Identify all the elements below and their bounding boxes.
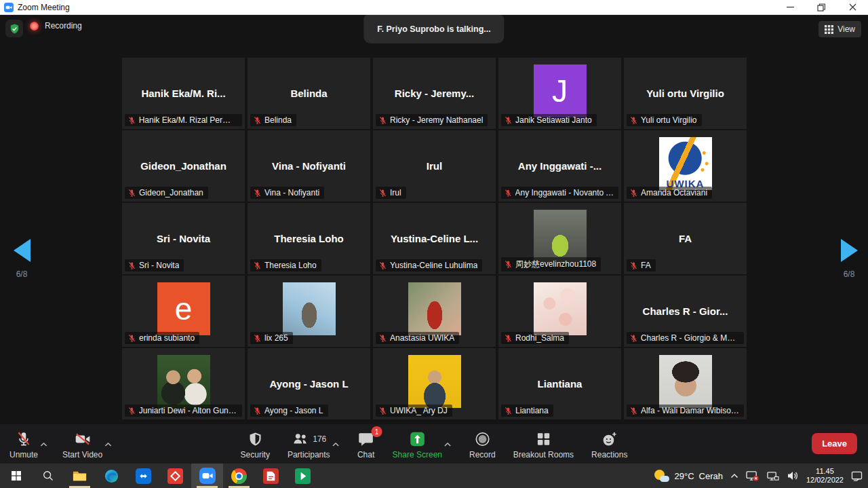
record-icon [473,430,491,448]
close-button[interactable] [837,0,868,14]
taskbar-search-button[interactable] [32,464,64,488]
clock-widget[interactable]: 11.45 12/02/2022 [806,467,844,485]
security-button[interactable]: Security [241,430,270,459]
participant-tile[interactable]: Charles R - Gior...Charles R - Giorgio &… [624,276,747,347]
participant-tile[interactable]: Yuli ortu VirgilioYuli ortu Virgilio [624,58,747,129]
participant-display-name: Belinda [248,88,370,99]
share-button[interactable]: Share Screen [393,430,442,459]
participant-name-text: FA [641,261,651,270]
participant-tile[interactable]: LiantianaLiantiana [498,348,621,419]
start-button[interactable] [0,464,32,488]
start-video-options-caret[interactable] [104,438,112,450]
participant-tile[interactable]: Hanik Eka/M. Ri...Hanik Eka/M. Rizal Per… [122,58,245,129]
participants-options-caret[interactable] [332,438,340,450]
mic-muted-icon [629,407,638,415]
share-options-caret[interactable] [444,438,452,450]
participant-name-text: Charles R - Giorgio & Mar... [641,333,739,343]
reactions-button[interactable]: Reactions [591,430,627,459]
participant-tile[interactable]: UWIKAAmanda Octaviani [624,130,747,202]
zoom-taskbar-button[interactable] [191,464,223,488]
caret-up-icon [332,442,340,447]
system-tray: 29°C Cerah 11.45 12/02/2022 [654,467,868,485]
chat-button[interactable]: 1Chat [357,430,375,459]
participant-name-label: Sri - Novita [125,259,184,271]
start-video-button[interactable]: Start Video [62,430,102,459]
window-titlebar: Zoom Meeting [0,0,868,15]
participant-tile[interactable]: Yustina-Celine L...Yustina-Celine Luhuli… [373,203,496,274]
participant-tile[interactable]: eerinda subianto [122,276,245,347]
participant-name-label: Hanik Eka/M. Rizal Permadi [125,114,242,126]
tray-chevron-up-icon[interactable] [730,473,738,478]
participant-tile[interactable]: Ayong - Jason LAyong - Jason L [248,348,370,419]
participant-display-name: Theresia Loho [248,233,370,244]
participant-tile[interactable]: Gideon_JonathanGideon_Jonathan [122,130,245,202]
mic-muted-icon [253,407,262,415]
view-button[interactable]: View [818,21,861,37]
weather-widget[interactable]: 29°C Cerah [654,469,722,483]
participant-name-label: FA [627,259,656,271]
mic-muted-icon [378,407,387,415]
mic-muted-icon [504,334,513,343]
mic-muted-icon [378,189,387,198]
participants-button[interactable]: 176Participants [288,430,330,459]
unmute-options-caret[interactable] [40,438,47,450]
participant-name-label: Juniarti Dewi - Alton Guna... [125,405,242,417]
participant-name-text: Gideon_Jonathan [139,188,203,198]
participant-tile[interactable]: Alfa - Wali Damar Wibisono [624,348,747,419]
edge-button[interactable] [96,464,127,488]
participant-tile[interactable]: JJanik Setiawati Janto [498,58,621,129]
participant-name-text: Any Inggawati - Novanto A... [515,188,614,198]
network-icon[interactable] [766,470,779,482]
chat-label: Chat [357,450,374,459]
red-media-app-button[interactable] [255,464,287,488]
participant-name-label: Charles R - Giorgio & Mar... [627,332,744,344]
mic-muted-icon [629,189,638,198]
participant-name-label: Irul [376,187,406,199]
unmute-item: Unmute [9,430,47,459]
participant-tile[interactable]: Any Inggawati -...Any Inggawati - Novant… [498,130,621,202]
active-speaker-toast: F. Priyo Suprobo is talking... [363,15,504,43]
meeting-info-button[interactable] [5,20,23,37]
file-explorer-button[interactable] [64,464,96,488]
prev-page-arrow[interactable] [14,239,31,262]
teamviewer-icon [136,468,151,484]
teal-app-icon [295,468,311,484]
participant-name-text: Rodhi_Salma [515,333,564,343]
speaker-icon[interactable] [787,470,799,481]
mic-muted-icon [504,116,513,125]
record-button[interactable]: Record [469,430,496,459]
participant-tile[interactable]: BelindaBelinda [248,58,370,129]
leave-button[interactable]: Leave [812,433,857,454]
participant-name-text: lix 265 [264,333,288,343]
participant-display-name: Sri - Novita [122,233,245,244]
teal-app-button[interactable] [287,464,319,488]
unmute-button[interactable]: Unmute [9,430,38,459]
minimize-button[interactable] [774,0,806,14]
participant-name-label: Theresia Loho [250,259,321,271]
participant-tile[interactable]: Vina - NofiyantiVina - Nofiyanti [248,130,370,202]
participant-tile[interactable]: IrulIrul [373,130,496,202]
participant-tile[interactable]: Rodhi_Salma [498,276,621,347]
participant-tile[interactable]: Theresia LohoTheresia Loho [248,203,370,274]
next-page-arrow[interactable] [841,239,858,262]
display-disconnected-icon[interactable] [746,470,759,482]
participant-tile[interactable]: Sri - NovitaSri - Novita [122,203,245,274]
breakout-button[interactable]: Breakout Rooms [513,430,574,459]
action-center-icon[interactable] [851,471,863,481]
participant-name-text: Liantiana [515,406,549,415]
participant-display-name: FA [624,233,747,244]
chrome-button[interactable] [223,464,255,488]
red-diamond-app-button[interactable] [159,464,191,488]
participant-tile[interactable]: FAFA [624,203,747,274]
participant-display-name: Yuli ortu Virgilio [624,88,747,99]
participant-tile[interactable]: lix 265 [248,276,370,347]
participant-tile[interactable]: UWIKA_ Ary DJ [373,348,496,419]
participant-tile[interactable]: Anastasia UWIKA [373,276,496,347]
teamviewer-button[interactable] [127,464,159,488]
participant-tile[interactable]: Juniarti Dewi - Alton Guna... [122,348,245,419]
zoom-app-icon [4,3,14,12]
restore-button[interactable] [806,0,837,14]
participant-tile[interactable]: 周妙慈evelinzhou1108 [498,203,621,274]
letter-avatar: e [157,282,210,335]
participant-tile[interactable]: Ricky - Jeremy...Ricky - Jeremy Nathanae… [373,58,496,129]
